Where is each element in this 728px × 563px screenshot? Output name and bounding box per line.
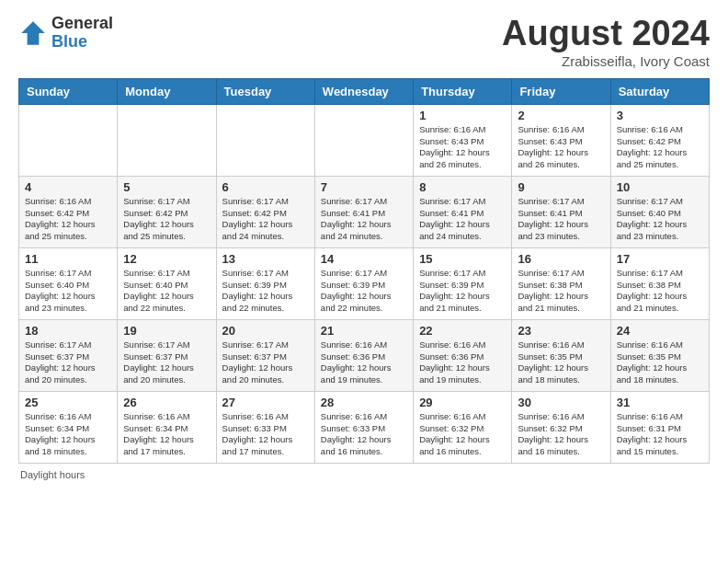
calendar-header-wednesday: Wednesday xyxy=(314,78,413,104)
day-number: 12 xyxy=(123,252,210,266)
calendar-cell: 4Sunrise: 6:16 AM Sunset: 6:42 PM Daylig… xyxy=(19,176,118,247)
calendar-cell: 24Sunrise: 6:16 AM Sunset: 6:35 PM Dayli… xyxy=(610,319,709,391)
logo-text: General Blue xyxy=(51,15,113,52)
day-number: 10 xyxy=(617,180,703,194)
calendar-cell: 5Sunrise: 6:17 AM Sunset: 6:42 PM Daylig… xyxy=(118,176,216,247)
day-number: 2 xyxy=(518,109,604,122)
day-number: 25 xyxy=(25,396,111,409)
calendar-cell: 21Sunrise: 6:16 AM Sunset: 6:36 PM Dayli… xyxy=(314,319,413,391)
day-number: 14 xyxy=(321,252,407,266)
day-info: Sunrise: 6:16 AM Sunset: 6:35 PM Dayligh… xyxy=(617,339,703,386)
day-number: 15 xyxy=(419,252,506,266)
day-info: Sunrise: 6:17 AM Sunset: 6:39 PM Dayligh… xyxy=(222,268,309,315)
day-info: Sunrise: 6:16 AM Sunset: 6:33 PM Dayligh… xyxy=(222,411,309,458)
day-number: 3 xyxy=(617,109,703,122)
day-info: Sunrise: 6:16 AM Sunset: 6:34 PM Dayligh… xyxy=(123,411,210,458)
day-number: 18 xyxy=(25,324,111,338)
day-info: Sunrise: 6:17 AM Sunset: 6:38 PM Dayligh… xyxy=(518,268,604,315)
day-info: Sunrise: 6:17 AM Sunset: 6:41 PM Dayligh… xyxy=(321,196,407,243)
calendar-cell: 16Sunrise: 6:17 AM Sunset: 6:38 PM Dayli… xyxy=(512,247,610,319)
calendar-table: SundayMondayTuesdayWednesdayThursdayFrid… xyxy=(18,78,710,464)
calendar-header-row: SundayMondayTuesdayWednesdayThursdayFrid… xyxy=(19,78,710,104)
day-number: 26 xyxy=(123,396,210,409)
day-number: 9 xyxy=(518,180,604,194)
calendar-cell: 10Sunrise: 6:17 AM Sunset: 6:40 PM Dayli… xyxy=(610,176,709,247)
day-info: Sunrise: 6:17 AM Sunset: 6:40 PM Dayligh… xyxy=(617,196,703,243)
day-number: 1 xyxy=(419,109,506,122)
day-info: Sunrise: 6:17 AM Sunset: 6:41 PM Dayligh… xyxy=(518,196,604,243)
calendar-week-5: 25Sunrise: 6:16 AM Sunset: 6:34 PM Dayli… xyxy=(19,391,710,463)
day-info: Sunrise: 6:17 AM Sunset: 6:37 PM Dayligh… xyxy=(222,339,309,386)
calendar-cell: 13Sunrise: 6:17 AM Sunset: 6:39 PM Dayli… xyxy=(216,247,314,319)
calendar-cell: 22Sunrise: 6:16 AM Sunset: 6:36 PM Dayli… xyxy=(414,319,512,391)
calendar-cell: 1Sunrise: 6:16 AM Sunset: 6:43 PM Daylig… xyxy=(414,104,512,176)
calendar-cell xyxy=(118,104,216,176)
day-number: 19 xyxy=(123,324,210,338)
calendar-cell: 6Sunrise: 6:17 AM Sunset: 6:42 PM Daylig… xyxy=(216,176,314,247)
logo: General Blue xyxy=(18,15,113,52)
day-info: Sunrise: 6:17 AM Sunset: 6:38 PM Dayligh… xyxy=(617,268,703,315)
calendar-cell xyxy=(216,104,314,176)
calendar-cell: 18Sunrise: 6:17 AM Sunset: 6:37 PM Dayli… xyxy=(19,319,118,391)
day-number: 6 xyxy=(222,180,309,194)
day-number: 16 xyxy=(518,252,604,266)
calendar-header-monday: Monday xyxy=(118,78,216,104)
calendar-cell: 31Sunrise: 6:16 AM Sunset: 6:31 PM Dayli… xyxy=(610,391,709,463)
calendar-cell: 19Sunrise: 6:17 AM Sunset: 6:37 PM Dayli… xyxy=(118,319,216,391)
calendar-week-3: 11Sunrise: 6:17 AM Sunset: 6:40 PM Dayli… xyxy=(19,247,710,319)
calendar-cell: 7Sunrise: 6:17 AM Sunset: 6:41 PM Daylig… xyxy=(314,176,413,247)
day-info: Sunrise: 6:17 AM Sunset: 6:42 PM Dayligh… xyxy=(123,196,210,243)
day-info: Sunrise: 6:17 AM Sunset: 6:39 PM Dayligh… xyxy=(321,268,407,315)
calendar-cell: 25Sunrise: 6:16 AM Sunset: 6:34 PM Dayli… xyxy=(19,391,118,463)
title-block: August 2024 Zrabisseifla, Ivory Coast xyxy=(502,15,710,69)
day-info: Sunrise: 6:16 AM Sunset: 6:36 PM Dayligh… xyxy=(419,339,506,386)
calendar-header-tuesday: Tuesday xyxy=(216,78,314,104)
day-info: Sunrise: 6:16 AM Sunset: 6:35 PM Dayligh… xyxy=(518,339,604,386)
day-info: Sunrise: 6:16 AM Sunset: 6:32 PM Dayligh… xyxy=(518,411,604,458)
day-info: Sunrise: 6:16 AM Sunset: 6:42 PM Dayligh… xyxy=(617,124,703,171)
header: General Blue August 2024 Zrabisseifla, I… xyxy=(18,15,710,69)
calendar-cell: 9Sunrise: 6:17 AM Sunset: 6:41 PM Daylig… xyxy=(512,176,610,247)
day-info: Sunrise: 6:17 AM Sunset: 6:37 PM Dayligh… xyxy=(123,339,210,386)
svg-marker-0 xyxy=(21,21,45,45)
day-number: 31 xyxy=(617,396,703,409)
calendar-cell xyxy=(314,104,413,176)
day-info: Sunrise: 6:17 AM Sunset: 6:42 PM Dayligh… xyxy=(222,196,309,243)
day-info: Sunrise: 6:16 AM Sunset: 6:33 PM Dayligh… xyxy=(321,411,407,458)
day-number: 30 xyxy=(518,396,604,409)
day-number: 24 xyxy=(617,324,703,338)
calendar-week-4: 18Sunrise: 6:17 AM Sunset: 6:37 PM Dayli… xyxy=(19,319,710,391)
calendar-cell: 26Sunrise: 6:16 AM Sunset: 6:34 PM Dayli… xyxy=(118,391,216,463)
calendar-cell xyxy=(19,104,118,176)
calendar-cell: 30Sunrise: 6:16 AM Sunset: 6:32 PM Dayli… xyxy=(512,391,610,463)
day-info: Sunrise: 6:16 AM Sunset: 6:36 PM Dayligh… xyxy=(321,339,407,386)
calendar-cell: 3Sunrise: 6:16 AM Sunset: 6:42 PM Daylig… xyxy=(610,104,709,176)
calendar-header-saturday: Saturday xyxy=(610,78,709,104)
calendar-cell: 29Sunrise: 6:16 AM Sunset: 6:32 PM Dayli… xyxy=(414,391,512,463)
location-subtitle: Zrabisseifla, Ivory Coast xyxy=(502,53,710,69)
day-info: Sunrise: 6:16 AM Sunset: 6:31 PM Dayligh… xyxy=(617,411,703,458)
day-number: 23 xyxy=(518,324,604,338)
calendar-cell: 11Sunrise: 6:17 AM Sunset: 6:40 PM Dayli… xyxy=(19,247,118,319)
calendar-cell: 14Sunrise: 6:17 AM Sunset: 6:39 PM Dayli… xyxy=(314,247,413,319)
day-info: Sunrise: 6:17 AM Sunset: 6:40 PM Dayligh… xyxy=(25,268,111,315)
day-number: 28 xyxy=(321,396,407,409)
calendar-cell: 15Sunrise: 6:17 AM Sunset: 6:39 PM Dayli… xyxy=(414,247,512,319)
day-number: 20 xyxy=(222,324,309,338)
day-number: 27 xyxy=(222,396,309,409)
day-number: 21 xyxy=(321,324,407,338)
calendar-header-sunday: Sunday xyxy=(19,78,118,104)
day-number: 4 xyxy=(25,180,111,194)
day-number: 29 xyxy=(419,396,506,409)
calendar-cell: 27Sunrise: 6:16 AM Sunset: 6:33 PM Dayli… xyxy=(216,391,314,463)
day-number: 11 xyxy=(25,252,111,266)
day-number: 17 xyxy=(617,252,703,266)
day-info: Sunrise: 6:17 AM Sunset: 6:41 PM Dayligh… xyxy=(419,196,506,243)
calendar-cell: 28Sunrise: 6:16 AM Sunset: 6:33 PM Dayli… xyxy=(314,391,413,463)
calendar-cell: 20Sunrise: 6:17 AM Sunset: 6:37 PM Dayli… xyxy=(216,319,314,391)
calendar-cell: 17Sunrise: 6:17 AM Sunset: 6:38 PM Dayli… xyxy=(610,247,709,319)
logo-general: General xyxy=(51,15,113,33)
day-info: Sunrise: 6:17 AM Sunset: 6:40 PM Dayligh… xyxy=(123,268,210,315)
logo-blue: Blue xyxy=(51,33,113,52)
month-title: August 2024 xyxy=(502,15,710,53)
